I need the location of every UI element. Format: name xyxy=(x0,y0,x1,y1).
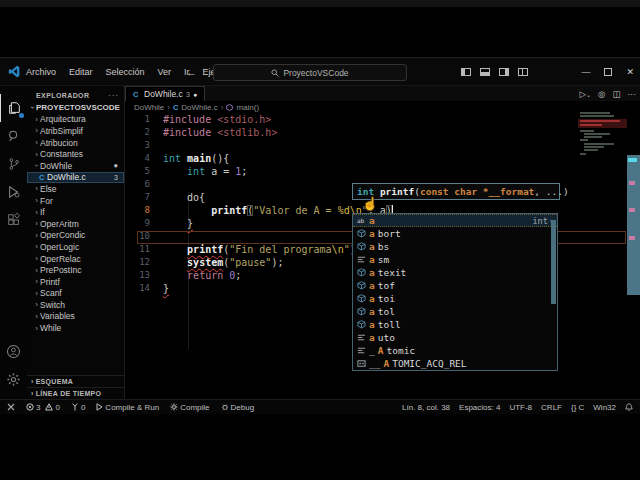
symbol-function-icon xyxy=(357,320,366,329)
menu-item-editar[interactable]: Editar xyxy=(69,67,93,77)
menu-item-ver[interactable]: Ver xyxy=(158,67,172,77)
tree-item-constantes[interactable]: ›Constantes xyxy=(27,148,124,160)
method-icon xyxy=(226,104,233,111)
tree-item-operaritm[interactable]: ›OperAritm xyxy=(27,218,124,230)
tree-item-while[interactable]: ›While xyxy=(27,322,124,334)
activity-explorer[interactable] xyxy=(0,94,28,122)
breadcrumb-file[interactable]: DoWhile.c xyxy=(181,103,217,112)
status-c[interactable]: {} C xyxy=(571,403,584,412)
chevron-icon: › xyxy=(33,300,40,309)
tree-item-if[interactable]: ›If xyxy=(27,206,124,218)
compile-button[interactable]: Compile xyxy=(170,403,209,412)
toggle-secondary-sidebar-icon[interactable] xyxy=(499,68,509,76)
code-line-3[interactable]: 3 xyxy=(125,139,640,152)
activity-run-debug[interactable] xyxy=(0,178,27,206)
tree-item-dowhilec[interactable]: CDoWhile.c3 xyxy=(27,172,124,184)
tree-item-operrelac[interactable]: ›OperRelac xyxy=(27,253,124,265)
symbol-keyword-icon xyxy=(357,255,366,264)
open-changes-icon[interactable]: ◎ xyxy=(598,89,605,99)
chevron-icon: › xyxy=(33,184,40,193)
toggle-sidebar-icon[interactable] xyxy=(461,68,471,76)
symbol-function-icon xyxy=(357,268,366,277)
settings-gear-icon[interactable] xyxy=(0,365,27,393)
remote-indicator[interactable] xyxy=(7,403,15,411)
minimap[interactable] xyxy=(578,112,626,168)
compile-run-button[interactable]: Compile & Run xyxy=(96,403,159,412)
restore-button[interactable] xyxy=(604,68,612,76)
suggest-item-atof[interactable]: atof xyxy=(353,279,557,292)
bell-icon[interactable] xyxy=(625,403,633,412)
suggest-item-a[interactable]: abaint› xyxy=(353,214,557,227)
tree-item-arquitectura[interactable]: ›Arquitectura xyxy=(27,114,124,126)
tree-item-for[interactable]: ›For xyxy=(27,195,124,207)
chevron-right-icon: › xyxy=(221,103,224,112)
tree-item-dowhile[interactable]: ›DoWhile● xyxy=(27,160,124,172)
editor-more-actions[interactable]: ··· xyxy=(628,89,637,99)
breadcrumb-symbol[interactable]: main() xyxy=(236,103,259,112)
tree-item-switch[interactable]: ›Switch xyxy=(27,299,124,311)
suggest-item-atol[interactable]: atol xyxy=(353,305,557,318)
search-text: ProyectoVSCode xyxy=(283,68,348,78)
status-espacios4[interactable]: Espacios: 4 xyxy=(459,403,500,412)
ports-status[interactable]: 0 xyxy=(71,403,85,412)
tree-item-operlogic[interactable]: ›OperLogic xyxy=(27,241,124,253)
vscode-window: ArchivoEditarSelecciónVerIrEjecutar··· ←… xyxy=(0,57,640,414)
editor-scrollbar[interactable] xyxy=(627,155,640,295)
tree-item-opercondic[interactable]: ›OperCondic xyxy=(27,230,124,242)
status-win32[interactable]: Win32 xyxy=(593,403,616,412)
activity-source-control[interactable] xyxy=(0,150,27,178)
tree-item-prepostinc[interactable]: ›PrePostInc xyxy=(27,264,124,276)
tree-item-atribucion[interactable]: ›Atribucion xyxy=(27,137,124,149)
close-button[interactable]: ✕ xyxy=(626,67,634,77)
activity-extensions[interactable] xyxy=(0,206,27,234)
account-icon[interactable] xyxy=(0,337,27,365)
suggest-scrollbar[interactable] xyxy=(551,220,556,304)
search-icon xyxy=(7,129,21,143)
code-line-4[interactable]: 4int main(){ xyxy=(125,152,640,165)
tree-root[interactable]: ›PROYECTOSVSCODE xyxy=(27,102,124,114)
tree-item-printf[interactable]: ›Printf xyxy=(27,276,124,288)
code-line-2[interactable]: 2#include <stdlib.h> xyxy=(125,126,640,139)
code-line-5[interactable]: 5 int a = 1; xyxy=(125,165,640,178)
command-center-search[interactable]: ProyectoVSCode xyxy=(213,64,407,81)
symbol-function-icon xyxy=(357,307,366,316)
run-file-button[interactable]: ▷⌄ xyxy=(579,89,591,99)
suggest-item-__atomic_acq_rel[interactable]: __ATOMIC_ACQ_REL xyxy=(353,357,557,370)
customize-layout-icon[interactable] xyxy=(518,68,528,76)
status-crlf[interactable]: CRLF xyxy=(541,403,562,412)
suggest-item-atoi[interactable]: atoi xyxy=(353,292,557,305)
suggest-item-atoll[interactable]: atoll xyxy=(353,318,557,331)
outline-section[interactable]: ›ESQUEMA xyxy=(27,375,124,387)
scrollbar-cursor-mark xyxy=(628,158,637,162)
line-number: 11 xyxy=(125,243,150,256)
timeline-section[interactable]: ›LÍNEA DE TIEMPO xyxy=(27,387,124,399)
tree-item-scanf[interactable]: ›Scanf xyxy=(27,288,124,300)
debug-button[interactable]: Debug xyxy=(221,403,255,412)
tree-item-atribsimplif[interactable]: ›AtribSimplif xyxy=(27,125,124,137)
suggest-item-abort[interactable]: abort xyxy=(353,227,557,240)
suggest-item-abs[interactable]: abs xyxy=(353,240,557,253)
sidebar-more-actions[interactable]: ··· xyxy=(108,91,119,100)
suggest-item-atexit[interactable]: atexit xyxy=(353,266,557,279)
suggest-item-_atomic[interactable]: _Atomic xyxy=(353,344,557,357)
problems-status[interactable]: 3 0 xyxy=(26,403,60,412)
tree-item-variables[interactable]: ›Variables xyxy=(27,311,124,323)
menu-item-archivo[interactable]: Archivo xyxy=(26,67,56,77)
tab-dowhile[interactable]: C DoWhile.c 3 ● xyxy=(125,86,205,101)
symbol-function-icon xyxy=(357,242,366,251)
minimize-button[interactable]: — xyxy=(581,67,590,77)
status-utf8[interactable]: UTF-8 xyxy=(509,403,532,412)
code-line-1[interactable]: 1#include <stdio.h> xyxy=(125,113,640,126)
tree-item-else[interactable]: ›Else xyxy=(27,183,124,195)
suggest-item-auto[interactable]: auto xyxy=(353,331,557,344)
menu-item-seleccin[interactable]: Selección xyxy=(106,67,145,77)
activity-search[interactable] xyxy=(0,122,27,150)
toggle-panel-icon[interactable] xyxy=(480,68,490,76)
tab-modified-dot[interactable]: ● xyxy=(193,91,197,98)
editor-area: C DoWhile.c 3 ● ▷⌄ ◎ ◫ ··· DoWhile › xyxy=(125,86,640,399)
split-editor-icon[interactable]: ◫ xyxy=(612,89,620,99)
status-ln8col38[interactable]: Lín. 8, col. 38 xyxy=(402,403,450,412)
breadcrumb-folder[interactable]: DoWhile xyxy=(134,103,164,112)
suggest-item-asm[interactable]: asm xyxy=(353,253,557,266)
nav-back-button[interactable]: ← xyxy=(186,66,197,78)
